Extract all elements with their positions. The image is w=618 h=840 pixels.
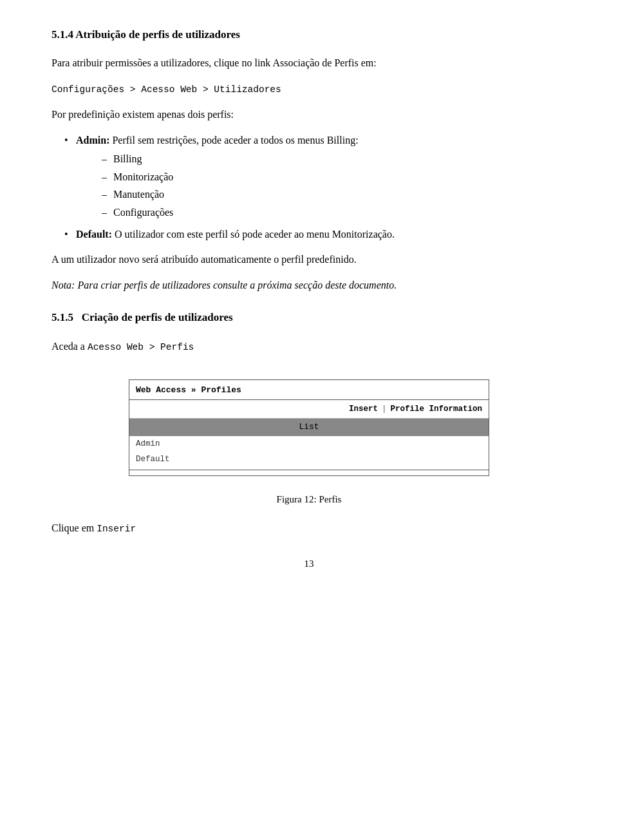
figure-header: Web Access » Profiles	[129, 380, 489, 401]
profile-list: Admin: Perfil sem restrições, pode acede…	[64, 132, 566, 243]
section-515-number: 5.1.5	[52, 311, 73, 323]
admin-label: Admin:	[76, 135, 109, 146]
after-figure-text: Clique em Inserir	[52, 520, 566, 537]
dash-configuracoes: Configurações	[102, 204, 566, 221]
section-514-code-path: Configurações > Acesso Web > Utilizadore…	[52, 81, 566, 97]
profile-default-item: Default: O utilizador com este perfil só…	[64, 226, 566, 243]
default-label: Default:	[76, 229, 112, 240]
dash-manutencao: Manutenção	[102, 186, 566, 203]
section-514-intro: Para atribuir permissões a utilizadores,…	[52, 55, 566, 72]
section-515-title: Criação de perfis de utilizadores	[82, 311, 233, 323]
dash-billing: Billing	[102, 151, 566, 167]
toolbar-insert-link[interactable]: Insert	[349, 403, 378, 415]
section-514-title: Atribuição de perfis de utilizadores	[75, 28, 240, 41]
figure-12-caption: Figura 12: Perfis	[277, 492, 342, 507]
auto-assign-text: A um utilizador novo será atribuído auto…	[52, 251, 566, 268]
figure-12-box: Web Access » Profiles Insert | Profile I…	[129, 379, 489, 477]
toolbar-divider: |	[382, 403, 387, 415]
section-515-intro: Aceda a Acesso Web > Perfis	[52, 338, 566, 355]
admin-text: Perfil sem restrições, pode aceder a tod…	[109, 135, 358, 146]
section-514-heading: 5.1.4 Atribuição de perfis de utilizador…	[52, 26, 566, 43]
nota-text: Nota: Para criar perfis de utilizadores …	[52, 277, 566, 294]
toolbar-profile-info-link[interactable]: Profile Information	[390, 403, 482, 415]
section-515-heading: 5.1.5 Criação de perfis de utilizadores	[52, 309, 566, 326]
page-number: 13	[52, 556, 566, 571]
list-item-default: Default	[129, 452, 489, 467]
section-514-predef: Por predefinição existem apenas dois per…	[52, 106, 566, 123]
section-514-number: 5.1.4	[52, 28, 73, 41]
figure-12-container: Web Access » Profiles Insert | Profile I…	[52, 364, 566, 520]
dash-monitorizacao: Monitorização	[102, 169, 566, 186]
admin-sub-list: Billing Monitorização Manutenção Configu…	[102, 151, 566, 220]
list-item-admin: Admin	[129, 436, 489, 452]
figure-toolbar: Insert | Profile Information	[129, 400, 489, 419]
profile-admin-item: Admin: Perfil sem restrições, pode acede…	[64, 132, 566, 221]
figure-list-header: List	[129, 419, 489, 436]
default-text: O utilizador com este perfil só pode ace…	[112, 229, 395, 240]
